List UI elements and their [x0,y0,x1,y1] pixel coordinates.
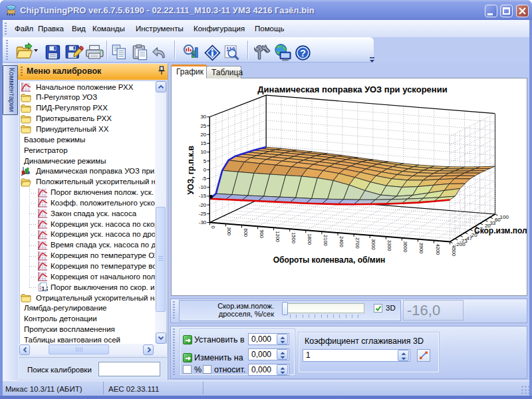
svg-text:Скор.изм.пол: Скор.изм.пол [474,226,527,235]
svg-text:30: 30 [200,114,206,120]
svg-text:2100: 2100 [323,235,329,246]
svg-text:-5: -5 [201,176,207,182]
svg-text:2400: 2400 [338,236,344,247]
svg-text:-20: -20 [199,202,207,208]
svg-text:25: 25 [200,123,206,129]
svg-text:2700: 2700 [354,237,360,249]
svg-text:1.2: 1.2 [41,285,48,292]
svg-text:3600: 3600 [402,241,408,253]
svg-text:?: ? [300,48,306,59]
svg-text:3300: 3300 [386,240,392,251]
svg-text:0: 0 [210,226,216,229]
svg-text:-30: -30 [199,219,207,225]
svg-text:3000: 3000 [370,239,376,250]
svg-text:УОЗ, гр.п.к.в: УОЗ, гр.п.к.в [186,146,196,195]
svg-text:1500: 1500 [291,232,297,243]
svg-text:3900: 3900 [418,243,424,254]
svg-text:300: 300 [226,227,232,236]
svg-text:0: 0 [203,167,207,173]
svg-text:1800: 1800 [307,233,313,245]
svg-text:-25: -25 [199,211,207,217]
svg-text:100: 100 [500,214,509,220]
svg-text:4200: 4200 [435,244,441,255]
svg-text:600: 600 [243,229,249,237]
svg-text:-10: -10 [199,184,207,190]
svg-text:15: 15 [200,140,206,146]
svg-text:Динамическая поправка УОЗ при: Динамическая поправка УОЗ при ускорении [257,84,447,94]
svg-text:-15: -15 [199,193,207,199]
svg-text:20: 20 [200,132,206,138]
svg-text:Обороты коленвала, об/мин: Обороты коленвала, об/мин [273,255,386,265]
svg-text:10: 10 [200,149,206,155]
svg-text:5: 5 [203,158,207,164]
svg-text:900: 900 [259,229,265,238]
svg-text:1200: 1200 [275,231,281,242]
